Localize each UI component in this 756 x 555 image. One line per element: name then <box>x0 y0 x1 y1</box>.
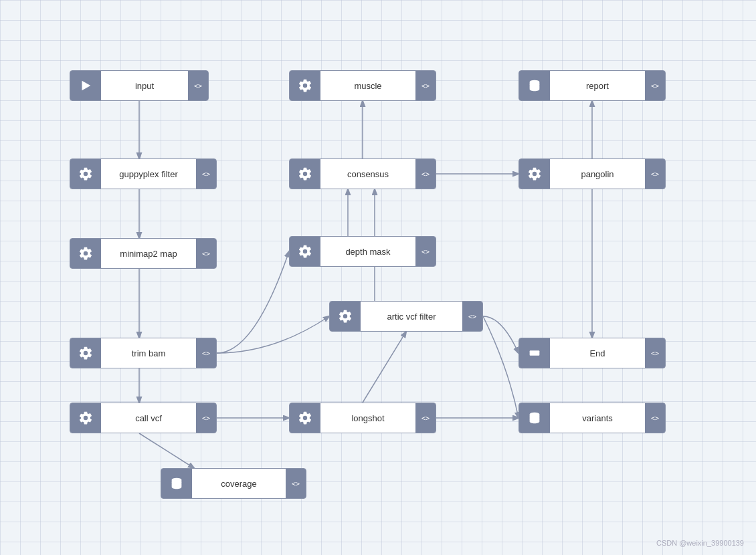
gear-icon <box>519 159 550 189</box>
svg-rect-16 <box>530 350 540 355</box>
node-label-minimap2: minimap2 map <box>101 249 196 259</box>
node-label-depthmask: depth mask <box>320 247 415 257</box>
node-consensus[interactable]: consensus <> <box>289 158 436 189</box>
gear-icon <box>70 338 101 368</box>
play-icon <box>70 71 101 100</box>
node-guppyplex[interactable]: guppyplex filter <> <box>70 158 217 189</box>
node-code-depthmask[interactable]: <> <box>415 237 436 266</box>
db-icon <box>519 403 550 433</box>
gear-icon <box>290 159 320 189</box>
node-depthmask[interactable]: depth mask <> <box>289 236 436 267</box>
node-code-muscle[interactable]: <> <box>415 71 436 100</box>
end-icon <box>519 338 550 368</box>
node-code-coverage[interactable]: <> <box>286 469 306 498</box>
node-muscle[interactable]: muscle <> <box>289 70 436 101</box>
node-code-report[interactable]: <> <box>645 71 665 100</box>
node-code-callvcf[interactable]: <> <box>196 403 216 433</box>
node-code-longshot[interactable]: <> <box>415 403 436 433</box>
node-code-articvcf[interactable]: <> <box>462 302 482 331</box>
node-label-coverage: coverage <box>192 479 286 489</box>
node-minimap2[interactable]: minimap2 map <> <box>70 238 217 269</box>
watermark: CSDN @weixin_39900139 <box>656 539 744 547</box>
node-code-end[interactable]: <> <box>645 338 665 368</box>
node-label-report: report <box>550 81 645 91</box>
gear-icon <box>290 237 320 266</box>
node-longshot[interactable]: longshot <> <box>289 403 436 433</box>
node-label-articvcf: artic vcf filter <box>361 312 462 322</box>
db-icon <box>161 469 192 498</box>
node-callvcf[interactable]: call vcf <> <box>70 403 217 433</box>
node-input[interactable]: input <> <box>70 70 209 101</box>
node-label-input: input <box>101 81 188 91</box>
svg-line-4 <box>139 433 194 468</box>
node-trimbam[interactable]: trim bam <> <box>70 338 217 368</box>
node-label-longshot: longshot <box>320 413 415 423</box>
node-label-variants: variants <box>550 413 645 423</box>
node-articvcf[interactable]: artic vcf filter <> <box>329 301 483 332</box>
node-code-guppyplex[interactable]: <> <box>196 159 216 189</box>
gear-icon <box>70 403 101 433</box>
node-code-variants[interactable]: <> <box>645 403 665 433</box>
db-icon <box>519 71 550 100</box>
node-label-pangolin: pangolin <box>550 169 645 179</box>
gear-icon <box>70 159 101 189</box>
node-label-trimbam: trim bam <box>101 348 196 358</box>
node-variants[interactable]: variants <> <box>518 403 666 433</box>
node-end[interactable]: End <> <box>518 338 666 368</box>
node-code-trimbam[interactable]: <> <box>196 338 216 368</box>
gear-icon <box>330 302 361 331</box>
gear-icon <box>70 239 101 268</box>
node-code-pangolin[interactable]: <> <box>645 159 665 189</box>
node-label-muscle: muscle <box>320 81 415 91</box>
node-label-consensus: consensus <box>320 169 415 179</box>
gear-icon <box>290 403 320 433</box>
node-code-input[interactable]: <> <box>188 71 208 100</box>
node-label-callvcf: call vcf <box>101 413 196 423</box>
node-code-consensus[interactable]: <> <box>415 159 436 189</box>
node-coverage[interactable]: coverage <> <box>161 468 306 499</box>
node-label-guppyplex: guppyplex filter <box>101 169 196 179</box>
node-code-minimap2[interactable]: <> <box>196 239 216 268</box>
svg-line-9 <box>363 332 406 403</box>
node-report[interactable]: report <> <box>518 70 666 101</box>
svg-marker-13 <box>82 81 91 91</box>
node-label-end: End <box>550 348 645 358</box>
gear-icon <box>290 71 320 100</box>
node-pangolin[interactable]: pangolin <> <box>518 158 666 189</box>
